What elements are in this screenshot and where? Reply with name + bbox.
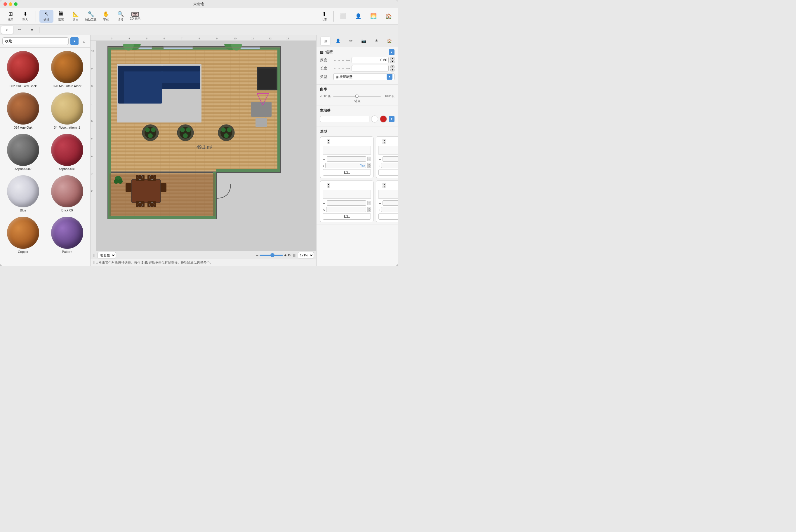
zoom-controls: − + ⚙ ||| 121% bbox=[256, 252, 314, 259]
canvas-content: 10 9 8 7 6 5 4 3 2 bbox=[91, 41, 316, 251]
shape4-v-input[interactable] bbox=[381, 207, 398, 212]
material-item-brick09[interactable]: Brick 09 bbox=[47, 174, 88, 213]
sub-tab-pen[interactable]: ✏ bbox=[14, 26, 26, 34]
shape4-h-input[interactable] bbox=[382, 201, 398, 206]
rp-tab-camera[interactable]: 📷 bbox=[359, 37, 368, 45]
material-item-asphalt041[interactable]: Asphalt-041 bbox=[47, 133, 88, 172]
material-item-pattern[interactable]: Pattern bbox=[47, 215, 88, 254]
material-item-age-oak[interactable]: 024 Age Oak bbox=[2, 91, 44, 130]
sub-tab-list[interactable]: ≡ bbox=[26, 26, 38, 34]
shape4-default-btn[interactable]: 默认 bbox=[378, 213, 398, 220]
shape1-h-dn[interactable]: ▼ bbox=[367, 159, 371, 161]
color-swatch-white[interactable] bbox=[371, 115, 378, 122]
material-item-asphalt007[interactable]: Asphalt-007 bbox=[2, 133, 44, 172]
shape-box2-row2: ↔ ▲ ▼ bbox=[378, 156, 398, 162]
shape1-v-dn[interactable]: ▼ bbox=[367, 165, 371, 168]
viewmode-panel3[interactable]: 🌅 bbox=[366, 10, 380, 23]
material-item-old-brick[interactable]: 002 Old...ked Brick bbox=[2, 50, 44, 89]
zoom-button[interactable]: 🔍 缩放 bbox=[113, 10, 128, 23]
shape2-v-input[interactable] bbox=[381, 163, 398, 168]
rp-tab-sun[interactable]: ☀ bbox=[372, 37, 381, 45]
import-button[interactable]: ⬇ 导入 bbox=[18, 10, 32, 23]
shape3-default-btn[interactable]: 默认 bbox=[323, 213, 371, 220]
share-button[interactable]: ⬆ 共享 bbox=[317, 10, 331, 23]
wall-type-select-btn[interactable]: ▼ bbox=[386, 74, 393, 80]
move-button[interactable]: ✋ 平移 bbox=[99, 10, 113, 23]
wall-color-dropdown[interactable]: ▼ bbox=[388, 116, 395, 122]
ruler-v-mark-5: 5 bbox=[91, 137, 93, 140]
shape1-h-input[interactable] bbox=[327, 156, 366, 162]
shape3-h-input[interactable] bbox=[327, 201, 366, 206]
wall-type-dropdown[interactable]: ▼ bbox=[388, 49, 395, 55]
viewmode-panel1[interactable]: ⬜ bbox=[336, 10, 350, 23]
shape2-default-btn[interactable]: 默认 bbox=[378, 169, 398, 176]
floor-select[interactable]: 地面层 bbox=[97, 252, 116, 259]
curve-slider[interactable] bbox=[333, 96, 381, 97]
close-button[interactable] bbox=[3, 2, 7, 6]
shape2-up1[interactable]: ▲ bbox=[382, 139, 386, 141]
material-item-mountain-alder[interactable]: 020 Mo...ntain Alder bbox=[47, 50, 88, 89]
shape1-up1[interactable]: ▲ bbox=[327, 139, 330, 141]
shape3-h-dn[interactable]: ▼ bbox=[367, 203, 371, 205]
rp-tab-house[interactable]: 🏠 bbox=[384, 37, 394, 45]
svg-point-56 bbox=[118, 179, 123, 184]
shape1-v-input[interactable] bbox=[325, 163, 366, 168]
assist-button[interactable]: 🔧 辅助工具 bbox=[83, 10, 98, 23]
shape3-up1[interactable]: ▲ bbox=[327, 183, 330, 186]
zoom-settings-button[interactable]: ⚙ bbox=[288, 253, 291, 257]
svg-rect-19 bbox=[216, 169, 280, 172]
material-item-copper[interactable]: Copper bbox=[2, 215, 44, 254]
viewmode-panel2[interactable]: 👤 bbox=[351, 10, 365, 23]
rp-tab-person[interactable]: 👤 bbox=[333, 37, 343, 45]
shape3-tri-up[interactable]: ▲ bbox=[367, 207, 371, 209]
svg-rect-23 bbox=[118, 65, 124, 103]
material-item-blue[interactable]: Blue bbox=[2, 174, 44, 213]
search-input[interactable] bbox=[2, 37, 69, 45]
length-input[interactable] bbox=[351, 65, 388, 72]
type-selector[interactable]: ▦ 楼层墙壁 ▼ bbox=[333, 73, 395, 80]
thickness-input[interactable] bbox=[351, 57, 388, 63]
shape3-h-up[interactable]: ▲ bbox=[367, 201, 371, 203]
rp-tab-grid[interactable]: ⊞ bbox=[321, 37, 330, 45]
length-up[interactable]: ▲ bbox=[391, 65, 395, 68]
station-button[interactable]: 📐 站点 bbox=[69, 10, 83, 23]
build-button[interactable]: 🏛 建筑 bbox=[54, 10, 68, 23]
zoom-slider[interactable] bbox=[259, 254, 283, 256]
shape3-tri-input[interactable] bbox=[326, 207, 366, 212]
color-swatch-red[interactable] bbox=[380, 115, 387, 122]
zoom-out-button[interactable]: − bbox=[256, 253, 258, 258]
shape1-v-up[interactable]: ▲ bbox=[367, 163, 371, 165]
material-item-woo-pattern[interactable]: 34_Woo...attern_1 bbox=[47, 91, 88, 130]
view-button[interactable]: ⊞ 视图 bbox=[3, 10, 18, 23]
view-icon: ⊞ bbox=[8, 11, 13, 17]
shape1-h-up[interactable]: ▲ bbox=[367, 157, 371, 159]
thickness-up[interactable]: ▲ bbox=[391, 57, 395, 60]
shape2-dn1[interactable]: ▼ bbox=[382, 142, 386, 144]
svg-rect-17 bbox=[108, 216, 216, 219]
thickness-down[interactable]: ▼ bbox=[391, 60, 395, 63]
shape3-dn1[interactable]: ▼ bbox=[327, 186, 330, 188]
floor-plan-container[interactable]: 49.1 m² bbox=[96, 41, 316, 251]
search-dropdown-btn[interactable]: ▼ bbox=[70, 37, 78, 45]
length-down[interactable]: ▼ bbox=[391, 69, 395, 72]
zoom-level-select[interactable]: 121% bbox=[298, 252, 314, 259]
shape1-dn1[interactable]: ▼ bbox=[327, 142, 330, 144]
2d-button[interactable]: 2D 2D 表示 bbox=[128, 10, 142, 23]
shape3-tri-dn[interactable]: ▼ bbox=[367, 209, 371, 212]
search-icon-btn[interactable]: ⌕ bbox=[80, 37, 88, 45]
move-icon: ✋ bbox=[103, 11, 109, 17]
minimize-button[interactable] bbox=[9, 2, 12, 6]
sub-tab-home[interactable]: ⌂ bbox=[1, 26, 14, 34]
wall-color-input[interactable] bbox=[320, 116, 369, 122]
maximize-button[interactable] bbox=[14, 2, 18, 6]
panel-grip2: ||| bbox=[293, 253, 295, 256]
shape2-h-input[interactable] bbox=[382, 156, 398, 162]
traffic-lights bbox=[3, 2, 18, 6]
viewmode-panel4[interactable]: 🏠 bbox=[382, 10, 396, 23]
shape4-up1[interactable]: ▲ bbox=[382, 183, 386, 186]
select-button[interactable]: ↖ 选择 bbox=[39, 10, 53, 23]
rp-tab-pen[interactable]: ✏ bbox=[346, 37, 356, 45]
shape1-default-btn[interactable]: 默认 bbox=[323, 169, 371, 176]
shape4-dn1[interactable]: ▼ bbox=[382, 186, 386, 188]
zoom-in-button[interactable]: + bbox=[284, 253, 287, 258]
